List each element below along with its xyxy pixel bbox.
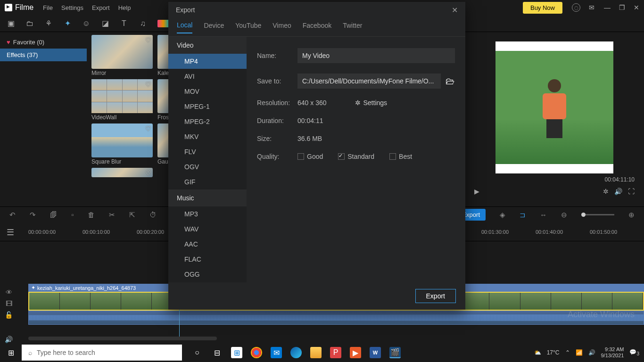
music-icon[interactable]: ♫ xyxy=(139,19,147,28)
start-button[interactable]: ⊞ xyxy=(0,343,22,362)
minimize-icon[interactable]: — xyxy=(604,4,611,11)
sticker-icon[interactable]: ☺ xyxy=(82,19,91,28)
snap-icon[interactable]: ⊐ xyxy=(520,211,526,219)
cortana-icon[interactable]: ○ xyxy=(191,347,203,358)
menu-settings[interactable]: Settings xyxy=(61,4,83,11)
format-wav[interactable]: WAV xyxy=(168,222,247,237)
format-mpeg2[interactable]: MPEG-2 xyxy=(168,114,247,129)
fit-icon[interactable]: ↔ xyxy=(540,211,547,219)
tab-facebook[interactable]: Facebook xyxy=(303,22,331,33)
close-icon[interactable]: ✕ xyxy=(452,6,458,15)
name-input[interactable] xyxy=(297,48,455,63)
format-flac[interactable]: FLAC xyxy=(168,252,247,267)
menu-help[interactable]: Help xyxy=(118,4,131,11)
audio-track[interactable] xyxy=(28,311,644,325)
favorite-icon[interactable]: ♡ xyxy=(145,125,151,132)
settings-gear-icon[interactable]: ✲ xyxy=(603,188,609,195)
redo-icon[interactable]: ↷ xyxy=(30,211,36,219)
close-window-icon[interactable]: ✕ xyxy=(634,4,639,11)
fullscreen-icon[interactable]: ⛶ xyxy=(628,188,635,195)
weather-icon[interactable]: ⛅ xyxy=(534,349,541,356)
mail-icon[interactable]: ✉ xyxy=(271,347,282,358)
menu-file[interactable]: File xyxy=(43,4,53,11)
account-icon[interactable]: ◌ xyxy=(572,3,580,12)
split-icon[interactable]: ✂ xyxy=(109,211,115,219)
save-to-input[interactable] xyxy=(297,74,441,89)
quality-good[interactable]: Good xyxy=(297,153,323,160)
format-list: Video MP4 AVI MOV MPEG-1 MPEG-2 MKV FLV … xyxy=(168,37,247,282)
dialog-export-button[interactable]: Export xyxy=(415,289,456,303)
favorite-icon[interactable]: ♡ xyxy=(145,169,151,177)
effect-mirror[interactable]: ♡Mirror xyxy=(91,35,153,76)
volume-icon[interactable]: 🔊 xyxy=(614,188,622,195)
folder-icon[interactable]: 🗀 xyxy=(25,19,34,28)
speed-icon[interactable]: ⏱ xyxy=(149,211,157,219)
timeline-menu-icon[interactable]: ☰ xyxy=(7,227,14,238)
effect-videowall[interactable]: ♡VideoWall xyxy=(91,79,153,121)
search-box[interactable]: ⌕ Type here to search xyxy=(22,345,182,361)
tab-local[interactable]: Local xyxy=(177,21,192,33)
notification-icon[interactable]: ✉ xyxy=(588,4,595,11)
play-icon[interactable]: ▶ xyxy=(474,188,479,195)
copy-icon[interactable]: 🗐 xyxy=(50,211,57,219)
maximize-icon[interactable]: ❐ xyxy=(619,4,625,11)
tray-chevron-icon[interactable]: ⌃ xyxy=(565,349,570,356)
format-mkv[interactable]: MKV xyxy=(168,129,247,144)
task-view-icon[interactable]: ⊟ xyxy=(211,347,223,358)
favorites-category[interactable]: ♥Favorite (0) xyxy=(0,36,87,49)
wifi-icon[interactable]: 📶 xyxy=(576,349,583,356)
audio-icon[interactable]: ⚘ xyxy=(44,19,53,28)
effect-square-blur[interactable]: ♡Square Blur xyxy=(91,123,153,165)
quality-best[interactable]: Best xyxy=(389,153,412,160)
explorer-icon[interactable] xyxy=(310,347,322,358)
text-icon[interactable]: T xyxy=(120,19,128,28)
notifications-icon[interactable]: 💬3 xyxy=(629,349,639,356)
speaker-icon[interactable]: 🔊 xyxy=(588,349,595,356)
delete-icon[interactable]: 🗑 xyxy=(88,211,95,219)
effect-item[interactable]: ♡ xyxy=(91,168,153,177)
clock[interactable]: 9:32 AM 9/13/2021 xyxy=(601,346,624,359)
settings-button[interactable]: ✲Settings xyxy=(355,99,388,107)
buy-now-button[interactable]: Buy Now xyxy=(523,2,562,14)
effects-icon[interactable]: ✦ xyxy=(63,19,72,28)
format-mp4[interactable]: MP4 xyxy=(168,54,247,69)
word-icon[interactable]: W xyxy=(370,347,381,358)
media-icon[interactable]: ▣ xyxy=(7,19,15,28)
undo-icon[interactable]: ↶ xyxy=(9,211,16,219)
favorite-icon[interactable]: ♡ xyxy=(145,81,151,88)
filme-taskbar-icon[interactable]: 🎬 xyxy=(389,347,401,358)
edge-icon[interactable] xyxy=(290,347,302,358)
menu-export[interactable]: Export xyxy=(92,4,110,11)
app-icon[interactable]: ▶ xyxy=(350,347,361,358)
format-ogg[interactable]: OGG xyxy=(168,267,247,282)
store-icon[interactable]: ⊞ xyxy=(231,347,242,358)
tab-twitter[interactable]: Twitter xyxy=(343,22,362,33)
zoom-slider[interactable] xyxy=(581,214,614,215)
paste-icon[interactable]: ▫ xyxy=(71,211,74,219)
favorite-icon[interactable]: ♡ xyxy=(145,36,151,44)
music-section-header: Music xyxy=(168,189,247,206)
format-gif[interactable]: GIF xyxy=(168,174,247,189)
crop-icon[interactable]: ⇱ xyxy=(129,211,135,219)
format-mov[interactable]: MOV xyxy=(168,84,247,99)
format-ogv[interactable]: OGV xyxy=(168,159,247,174)
quality-standard[interactable]: Standard xyxy=(338,153,374,160)
chrome-icon[interactable] xyxy=(251,347,262,358)
tab-vimeo[interactable]: Vimeo xyxy=(272,22,291,33)
format-flv[interactable]: FLV xyxy=(168,144,247,159)
effects-category[interactable]: Effects (37) xyxy=(0,49,87,61)
tab-youtube[interactable]: YouTube xyxy=(235,22,261,33)
timeline-scrollbar[interactable] xyxy=(28,337,217,340)
zoom-out-icon[interactable]: ⊖ xyxy=(561,211,567,219)
zoom-in-icon[interactable]: ⊕ xyxy=(628,211,635,219)
tab-device[interactable]: Device xyxy=(204,22,224,33)
format-aac[interactable]: AAC xyxy=(168,237,247,252)
browse-folder-icon[interactable]: 🗁 xyxy=(446,76,455,87)
track-volume-icon[interactable]: 🔊 xyxy=(5,336,13,343)
format-mpeg1[interactable]: MPEG-1 xyxy=(168,99,247,114)
format-avi[interactable]: AVI xyxy=(168,69,247,84)
pdf-icon[interactable]: P xyxy=(330,347,341,358)
transition-icon[interactable]: ◪ xyxy=(101,19,109,28)
marker-icon[interactable]: ◈ xyxy=(500,211,505,219)
format-mp3[interactable]: MP3 xyxy=(168,206,247,222)
